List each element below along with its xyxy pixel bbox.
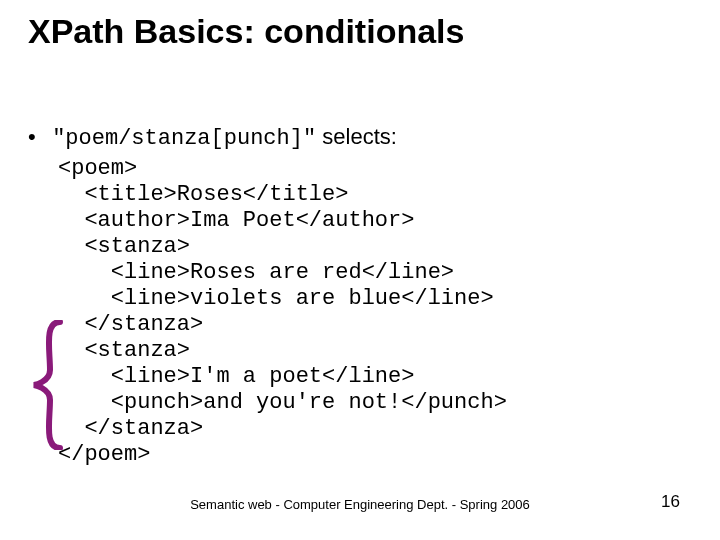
slide-title: XPath Basics: conditionals xyxy=(28,12,464,51)
bullet-line: • "poem/stanza[punch]" selects: xyxy=(28,124,397,151)
footer-text: Semantic web - Computer Engineering Dept… xyxy=(0,497,720,512)
code-line: <stanza> xyxy=(58,338,190,363)
code-line: </stanza> xyxy=(58,312,203,337)
code-line: </stanza> xyxy=(58,416,203,441)
selects-label: selects: xyxy=(316,124,397,149)
selection-brace-icon xyxy=(30,320,64,450)
code-line: </poem> xyxy=(58,442,150,467)
code-line: <title>Roses</title> xyxy=(58,182,348,207)
xpath-expression: "poem/stanza[punch]" xyxy=(52,126,316,151)
bullet-marker: • xyxy=(28,124,46,150)
code-line: <author>Ima Poet</author> xyxy=(58,208,414,233)
code-line: <poem> xyxy=(58,156,137,181)
code-line: <stanza> xyxy=(58,234,190,259)
code-line: <line>I'm a poet</line> xyxy=(58,364,414,389)
slide: XPath Basics: conditionals • "poem/stanz… xyxy=(0,0,720,540)
code-line: <punch>and you're not!</punch> xyxy=(58,390,507,415)
page-number: 16 xyxy=(661,492,680,512)
code-line: <line>violets are blue</line> xyxy=(58,286,494,311)
xml-code-block: <poem> <title>Roses</title> <author>Ima … xyxy=(58,156,507,468)
code-line: <line>Roses are red</line> xyxy=(58,260,454,285)
